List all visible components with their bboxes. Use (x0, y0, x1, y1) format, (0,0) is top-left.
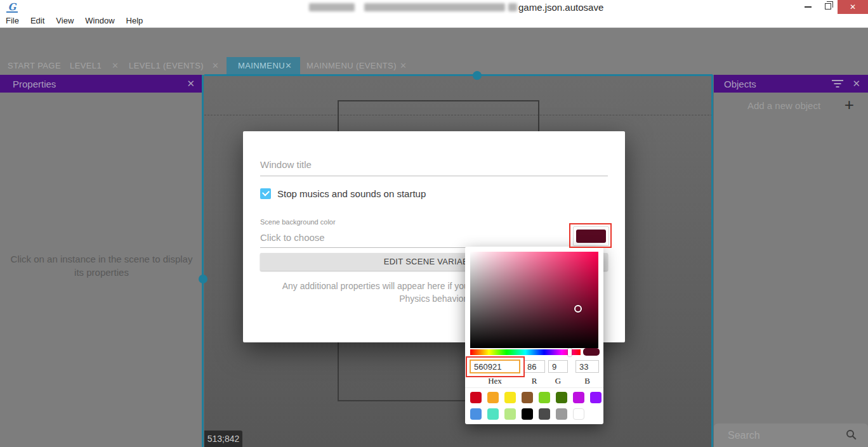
menu-edit[interactable]: Edit (25, 14, 50, 28)
red-label: R (523, 376, 545, 386)
cursor-coordinates: 513;842 (204, 431, 242, 447)
tab-mainmenu-events[interactable]: MAINMENU (EVENTS) (306, 57, 397, 75)
blue-input[interactable] (575, 360, 599, 373)
tab-mainmenu-close-icon[interactable]: ✕ (285, 57, 292, 75)
color-value-field[interactable]: Click to choose (260, 232, 325, 243)
current-color-swatch (583, 348, 600, 356)
right-panel-divider[interactable] (711, 75, 713, 447)
preset-swatch[interactable] (504, 392, 516, 403)
add-object-label: Add a new object (747, 100, 820, 111)
color-picker: Hex R G B (465, 247, 603, 424)
preset-swatch[interactable] (470, 392, 482, 403)
blue-label: B (575, 376, 599, 386)
tab-start-page[interactable]: START PAGE (8, 57, 61, 75)
preset-swatch[interactable] (522, 408, 533, 420)
tab-mainmenu-events-close-icon[interactable]: ✕ (400, 57, 407, 75)
annotation-hex-input-highlight (466, 356, 525, 377)
window-title-field[interactable]: Window title (260, 159, 312, 170)
tab-level1[interactable]: LEVEL1 (70, 57, 102, 75)
preset-swatch[interactable] (556, 392, 567, 403)
hue-handle[interactable] (568, 348, 572, 356)
green-input[interactable] (548, 360, 568, 373)
objects-panel: Objects ✕ Add a new object + Search (714, 75, 868, 447)
preset-swatch[interactable] (539, 392, 550, 403)
tab-level1-close-icon[interactable]: ✕ (112, 57, 119, 75)
minimize-button[interactable] (805, 6, 812, 8)
annotation-color-swatch-highlight (569, 223, 612, 248)
objects-title: Objects (714, 79, 832, 89)
hue-slider[interactable] (470, 349, 581, 355)
top-resize-handle[interactable] (473, 71, 482, 80)
preset-swatch[interactable] (487, 392, 499, 403)
menu-file[interactable]: File (0, 14, 25, 28)
preset-swatch[interactable] (573, 408, 584, 420)
redacted-title-segment (508, 3, 517, 11)
close-button[interactable]: ✕ (838, 0, 868, 14)
objects-close-icon[interactable]: ✕ (852, 78, 868, 89)
green-label: G (548, 376, 568, 386)
gdevelop-logo-icon: G (6, 1, 18, 13)
preset-swatch[interactable] (539, 408, 550, 420)
menu-bar: File Edit View Window Help (0, 14, 868, 28)
hex-label: Hex (470, 376, 520, 386)
tab-bar: START PAGE LEVEL1 ✕ LEVEL1 (EVENTS) ✕ MA… (0, 57, 868, 75)
tab-mainmenu[interactable]: MAINMENU ✕ (227, 57, 300, 75)
objects-search-box[interactable]: Search (714, 424, 868, 447)
red-input[interactable] (523, 360, 545, 373)
properties-hint: Click on an instance in the scene to dis… (6, 252, 197, 279)
stop-music-checkbox[interactable] (260, 188, 271, 199)
title-bar: G game.json.autosave ✕ (0, 0, 868, 14)
redacted-title-segment (364, 3, 505, 11)
menu-window[interactable]: Window (79, 14, 120, 28)
preset-swatch[interactable] (590, 392, 602, 403)
restore-button[interactable] (825, 3, 831, 10)
tab-level1-events[interactable]: LEVEL1 (EVENTS) (129, 57, 204, 75)
toolbar: 1:1 (0, 28, 868, 57)
preset-swatch[interactable] (504, 408, 516, 420)
preset-swatch[interactable] (470, 408, 482, 420)
search-icon (846, 430, 854, 437)
stop-music-label: Stop musics and sounds on startup (277, 188, 426, 199)
preset-swatch[interactable] (522, 392, 533, 403)
tab-level1-events-close-icon[interactable]: ✕ (212, 57, 219, 75)
filter-icon[interactable] (832, 80, 843, 87)
plus-icon[interactable]: + (845, 95, 854, 115)
add-object-row[interactable]: Add a new object + (714, 96, 868, 115)
preset-swatch[interactable] (487, 408, 499, 420)
menu-view[interactable]: View (50, 14, 79, 28)
editor-top-border (204, 74, 713, 76)
window-title: game.json.autosave (518, 2, 603, 13)
scene-background-label: Scene background color (260, 218, 336, 226)
left-panel-divider[interactable] (202, 75, 204, 447)
saturation-area[interactable] (470, 252, 598, 348)
properties-panel: Properties ✕ Click on an instance in the… (0, 75, 202, 447)
properties-title: Properties (0, 79, 179, 89)
menu-help[interactable]: Help (121, 14, 149, 28)
objects-header: Objects ✕ (714, 75, 868, 93)
saturation-cursor[interactable] (574, 305, 582, 313)
properties-close-icon[interactable]: ✕ (179, 78, 202, 89)
properties-header: Properties ✕ (0, 75, 202, 93)
preset-swatch[interactable] (573, 392, 584, 403)
search-input[interactable]: Search (728, 430, 760, 441)
preset-swatch[interactable] (556, 408, 567, 420)
redacted-title-segment (309, 3, 355, 11)
left-resize-handle[interactable] (199, 275, 207, 283)
